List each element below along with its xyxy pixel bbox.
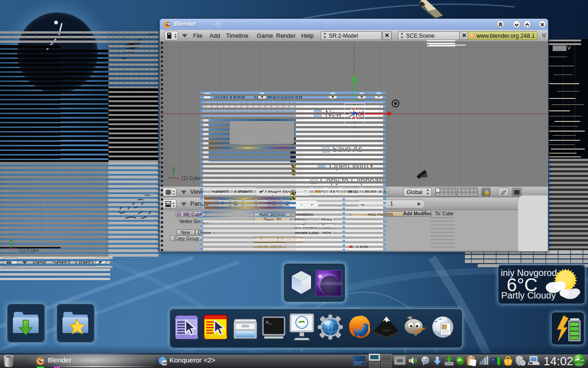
svg-text:x: x [177,177,180,181]
svg-text:›: › [206,335,207,339]
svg-text:>_: >_ [266,320,272,325]
svg-text:›: › [177,335,178,339]
svg-text:W: W [163,361,167,365]
svg-text:-■: -■ [530,362,531,365]
